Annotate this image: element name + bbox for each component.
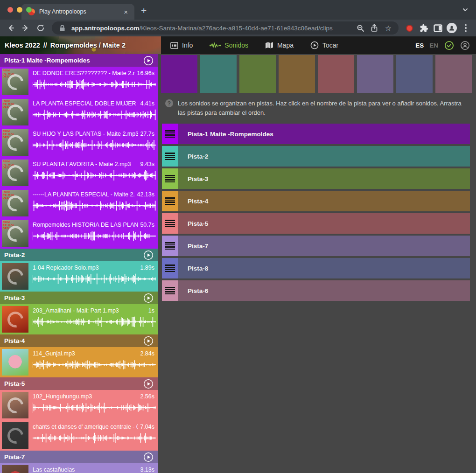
pista-row-label: Pista-4 — [188, 198, 208, 205]
drag-handle[interactable] — [162, 258, 178, 278]
pista-row[interactable]: Pista-1 Maite -Rompemoldes — [162, 124, 470, 144]
track-column-swatch[interactable] — [161, 55, 197, 93]
window-controls[interactable] — [7, 7, 32, 13]
back-button[interactable] — [4, 22, 17, 34]
close-window-button[interactable] — [7, 7, 13, 13]
tab-mapa[interactable]: Mapa — [265, 42, 294, 49]
pista-row-body[interactable]: Pista-8 — [178, 258, 470, 278]
lang-es-button[interactable]: ES — [415, 42, 424, 49]
clip-title: LA PLANTA ESPECIAL DOBLE MUJER - Mai... — [33, 100, 138, 107]
pista-row-body[interactable]: Pista-5 — [178, 213, 470, 234]
extensions-puzzle-icon[interactable] — [418, 22, 430, 34]
pista-row-body[interactable]: Pista-6 — [178, 280, 470, 301]
track-header[interactable]: Pista-5 — [0, 377, 158, 390]
drag-handle-icon — [165, 287, 175, 294]
track-name: Pista-4 — [4, 337, 143, 344]
track-header[interactable]: Pista-3 — [0, 292, 158, 304]
track-column-swatch[interactable] — [279, 55, 315, 93]
profile-avatar[interactable] — [446, 22, 458, 34]
play-track-icon[interactable] — [143, 56, 154, 66]
pista-row-body[interactable]: Pista-1 Maite -Rompemoldes — [178, 124, 470, 144]
tab-tocar[interactable]: Tocar — [310, 41, 338, 49]
clip-thumbnail — [2, 465, 28, 473]
drag-handle[interactable] — [162, 280, 178, 301]
tracks-list: Pista-1 Maite -RompemoldesROM PE MOL DES… — [0, 54, 158, 473]
play-track-icon[interactable] — [143, 250, 154, 260]
track-column-swatch[interactable] — [357, 55, 393, 93]
record-extension-icon[interactable] — [406, 25, 413, 32]
track-column-swatch[interactable] — [396, 55, 433, 93]
tab-info[interactable]: Info — [170, 42, 193, 49]
clip[interactable]: ROM PE MOL DESSU HIJO Y LAS PLANTAS - Ma… — [0, 127, 158, 158]
clip[interactable]: chants et danses d' amerique centrale - … — [0, 420, 158, 451]
drag-handle[interactable] — [162, 236, 178, 256]
clip[interactable]: ROM PE MOL DESLA PLANTA ESPECIAL DOBLE M… — [0, 97, 158, 127]
drag-handle[interactable] — [162, 168, 178, 189]
address-bar[interactable]: app.antropoloops.com/Kleos-Santa-Marina/… — [52, 21, 399, 35]
track-header[interactable]: Pista-4 — [0, 334, 158, 347]
track-header[interactable]: Pista-1 Maite -Rompemoldes — [0, 54, 158, 67]
minimize-window-button[interactable] — [17, 7, 22, 13]
pista-row-body[interactable]: Pista-4 — [178, 191, 470, 211]
bookmark-star-icon[interactable]: ☆ — [384, 24, 393, 33]
track-header[interactable]: Pista-2 — [0, 249, 158, 261]
clip-duration: 4.41s — [140, 100, 154, 107]
pista-row-body[interactable]: Pista-7 — [178, 236, 470, 256]
clip[interactable]: ROM PE MOL DES------LA PLANNTA ESPECIAL … — [0, 188, 158, 218]
lock-icon[interactable] — [57, 25, 67, 32]
drag-handle[interactable] — [162, 146, 178, 167]
play-track-icon[interactable] — [143, 336, 154, 346]
track-column-swatch[interactable] — [435, 55, 472, 93]
pista-row[interactable]: Pista-3 — [162, 168, 470, 189]
clip[interactable]: ROM PE MOL DESRompemoldes HISTORIA DE LA… — [0, 218, 158, 249]
drag-handle-icon — [165, 242, 175, 250]
clip[interactable]: 1-04 Repicador Solo.mp31.89s — [0, 261, 158, 292]
clip-duration: 3.13s — [140, 466, 154, 473]
drag-handle-icon — [165, 153, 175, 160]
clip[interactable]: Las castañuelas3.13s — [0, 463, 158, 473]
account-icon[interactable] — [460, 41, 470, 50]
pista-row[interactable]: Pista-2 — [162, 146, 470, 167]
clip[interactable]: 102_Hunguhungu.mp32.56s — [0, 390, 158, 420]
clip[interactable]: 203_Amalihani - Mali: Part 1.mp31s — [0, 304, 158, 334]
content: Pista-1 Maite -RompemoldesROM PE MOL DES… — [0, 54, 476, 473]
track-header[interactable]: Pista-7 — [0, 451, 158, 463]
new-tab-button[interactable]: + — [141, 5, 147, 16]
play-track-icon[interactable] — [143, 379, 154, 389]
track-column-swatch[interactable] — [318, 55, 354, 93]
reload-button[interactable] — [34, 22, 47, 34]
clip-title: SU PLANTA FAVORITA - Maite 2.mp3 — [33, 161, 138, 167]
pista-row[interactable]: Pista-4 — [162, 191, 470, 211]
drag-handle[interactable] — [162, 124, 178, 144]
pista-row-body[interactable]: Pista-2 — [178, 146, 470, 167]
clip[interactable]: ROM PE MOL DESDE DONDE ERES???????? - Ma… — [0, 67, 158, 97]
zoom-window-button[interactable] — [26, 7, 32, 13]
clip[interactable]: ROM PE MOL DESSU PLANTA FAVORITA - Maite… — [0, 158, 158, 188]
lang-en-button[interactable]: EN — [429, 42, 438, 49]
side-panel-icon[interactable] — [432, 22, 444, 34]
tab-sonidos[interactable]: Sonidos — [210, 42, 248, 49]
zoom-page-icon[interactable] — [356, 24, 365, 32]
tab-close-icon[interactable]: × — [122, 7, 130, 16]
pista-row-body[interactable]: Pista-3 — [178, 168, 470, 189]
track-column-swatch[interactable] — [200, 55, 237, 93]
drag-handle[interactable] — [162, 191, 178, 211]
clip[interactable]: 114_Gunjai.mp32.84s — [0, 347, 158, 377]
browser-tab-strip: Play Antropoloops × + — [0, 0, 476, 20]
tab-search-chevron-icon[interactable] — [462, 7, 469, 15]
tracks-sidebar[interactable]: Pista-1 Maite -RompemoldesROM PE MOL DES… — [0, 54, 158, 473]
share-icon[interactable] — [370, 24, 379, 32]
pista-row[interactable]: Pista-6 — [162, 280, 470, 301]
play-track-icon[interactable] — [143, 452, 154, 462]
drag-handle[interactable] — [162, 213, 178, 234]
pista-row[interactable]: Pista-7 — [162, 236, 470, 256]
browser-menu-icon[interactable] — [460, 22, 472, 34]
pista-row[interactable]: Pista-8 — [162, 258, 470, 278]
forward-button[interactable] — [19, 22, 32, 34]
track-column-swatch[interactable] — [239, 55, 276, 93]
browser-tab[interactable]: Play Antropoloops × — [21, 4, 134, 20]
play-track-icon[interactable] — [143, 293, 154, 303]
breadcrumb-section: Rompemoldes / Maite 2 — [50, 42, 126, 49]
saved-check-icon[interactable] — [444, 41, 454, 50]
pista-row[interactable]: Pista-5 — [162, 213, 470, 234]
